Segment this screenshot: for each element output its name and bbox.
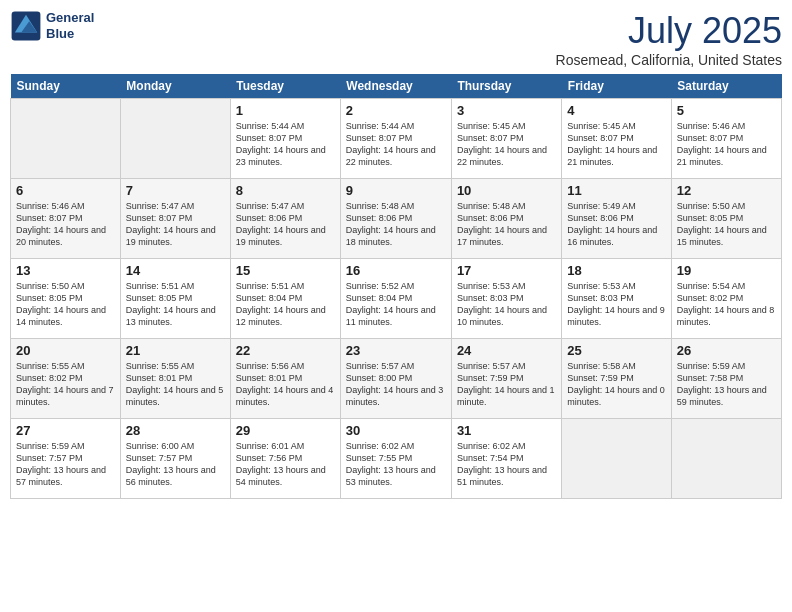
day-header-saturday: Saturday	[671, 74, 781, 99]
cell-content: Sunrise: 5:47 AM Sunset: 8:06 PM Dayligh…	[236, 200, 335, 249]
calendar-cell: 26Sunrise: 5:59 AM Sunset: 7:58 PM Dayli…	[671, 339, 781, 419]
month-title: July 2025	[556, 10, 782, 52]
calendar-cell: 20Sunrise: 5:55 AM Sunset: 8:02 PM Dayli…	[11, 339, 121, 419]
calendar-cell: 30Sunrise: 6:02 AM Sunset: 7:55 PM Dayli…	[340, 419, 451, 499]
day-number: 18	[567, 263, 665, 278]
logo-text: General Blue	[46, 10, 94, 41]
cell-content: Sunrise: 5:48 AM Sunset: 8:06 PM Dayligh…	[346, 200, 446, 249]
cell-content: Sunrise: 6:02 AM Sunset: 7:54 PM Dayligh…	[457, 440, 556, 489]
cell-content: Sunrise: 6:01 AM Sunset: 7:56 PM Dayligh…	[236, 440, 335, 489]
cell-content: Sunrise: 5:57 AM Sunset: 8:00 PM Dayligh…	[346, 360, 446, 409]
week-row-3: 13Sunrise: 5:50 AM Sunset: 8:05 PM Dayli…	[11, 259, 782, 339]
day-number: 24	[457, 343, 556, 358]
calendar-cell: 23Sunrise: 5:57 AM Sunset: 8:00 PM Dayli…	[340, 339, 451, 419]
calendar-cell: 28Sunrise: 6:00 AM Sunset: 7:57 PM Dayli…	[120, 419, 230, 499]
cell-content: Sunrise: 6:00 AM Sunset: 7:57 PM Dayligh…	[126, 440, 225, 489]
day-number: 29	[236, 423, 335, 438]
day-header-tuesday: Tuesday	[230, 74, 340, 99]
cell-content: Sunrise: 5:53 AM Sunset: 8:03 PM Dayligh…	[567, 280, 665, 329]
week-row-4: 20Sunrise: 5:55 AM Sunset: 8:02 PM Dayli…	[11, 339, 782, 419]
calendar-cell: 15Sunrise: 5:51 AM Sunset: 8:04 PM Dayli…	[230, 259, 340, 339]
day-header-thursday: Thursday	[451, 74, 561, 99]
calendar-cell: 16Sunrise: 5:52 AM Sunset: 8:04 PM Dayli…	[340, 259, 451, 339]
day-number: 31	[457, 423, 556, 438]
day-number: 10	[457, 183, 556, 198]
day-number: 30	[346, 423, 446, 438]
day-number: 9	[346, 183, 446, 198]
day-header-wednesday: Wednesday	[340, 74, 451, 99]
calendar-cell: 5Sunrise: 5:46 AM Sunset: 8:07 PM Daylig…	[671, 99, 781, 179]
day-number: 6	[16, 183, 115, 198]
calendar-cell: 21Sunrise: 5:55 AM Sunset: 8:01 PM Dayli…	[120, 339, 230, 419]
page-header: General Blue July 2025 Rosemead, Califor…	[10, 10, 782, 68]
calendar-cell: 29Sunrise: 6:01 AM Sunset: 7:56 PM Dayli…	[230, 419, 340, 499]
cell-content: Sunrise: 5:51 AM Sunset: 8:05 PM Dayligh…	[126, 280, 225, 329]
calendar-cell: 11Sunrise: 5:49 AM Sunset: 8:06 PM Dayli…	[562, 179, 671, 259]
day-number: 23	[346, 343, 446, 358]
calendar-cell: 27Sunrise: 5:59 AM Sunset: 7:57 PM Dayli…	[11, 419, 121, 499]
logo-line1: General	[46, 10, 94, 25]
day-number: 19	[677, 263, 776, 278]
day-number: 13	[16, 263, 115, 278]
day-number: 20	[16, 343, 115, 358]
day-number: 7	[126, 183, 225, 198]
cell-content: Sunrise: 5:49 AM Sunset: 8:06 PM Dayligh…	[567, 200, 665, 249]
day-number: 28	[126, 423, 225, 438]
location-title: Rosemead, California, United States	[556, 52, 782, 68]
cell-content: Sunrise: 5:44 AM Sunset: 8:07 PM Dayligh…	[236, 120, 335, 169]
day-number: 5	[677, 103, 776, 118]
cell-content: Sunrise: 5:59 AM Sunset: 7:57 PM Dayligh…	[16, 440, 115, 489]
logo-icon	[10, 10, 42, 42]
day-header-sunday: Sunday	[11, 74, 121, 99]
day-number: 27	[16, 423, 115, 438]
calendar-cell: 18Sunrise: 5:53 AM Sunset: 8:03 PM Dayli…	[562, 259, 671, 339]
cell-content: Sunrise: 5:44 AM Sunset: 8:07 PM Dayligh…	[346, 120, 446, 169]
day-header-monday: Monday	[120, 74, 230, 99]
calendar-cell: 12Sunrise: 5:50 AM Sunset: 8:05 PM Dayli…	[671, 179, 781, 259]
cell-content: Sunrise: 5:55 AM Sunset: 8:01 PM Dayligh…	[126, 360, 225, 409]
calendar-cell: 14Sunrise: 5:51 AM Sunset: 8:05 PM Dayli…	[120, 259, 230, 339]
calendar-cell: 6Sunrise: 5:46 AM Sunset: 8:07 PM Daylig…	[11, 179, 121, 259]
calendar-cell: 10Sunrise: 5:48 AM Sunset: 8:06 PM Dayli…	[451, 179, 561, 259]
day-number: 4	[567, 103, 665, 118]
cell-content: Sunrise: 5:51 AM Sunset: 8:04 PM Dayligh…	[236, 280, 335, 329]
day-number: 25	[567, 343, 665, 358]
calendar-cell: 8Sunrise: 5:47 AM Sunset: 8:06 PM Daylig…	[230, 179, 340, 259]
cell-content: Sunrise: 5:53 AM Sunset: 8:03 PM Dayligh…	[457, 280, 556, 329]
calendar-cell: 7Sunrise: 5:47 AM Sunset: 8:07 PM Daylig…	[120, 179, 230, 259]
calendar-cell: 19Sunrise: 5:54 AM Sunset: 8:02 PM Dayli…	[671, 259, 781, 339]
cell-content: Sunrise: 5:45 AM Sunset: 8:07 PM Dayligh…	[567, 120, 665, 169]
day-number: 22	[236, 343, 335, 358]
day-number: 21	[126, 343, 225, 358]
day-number: 17	[457, 263, 556, 278]
cell-content: Sunrise: 5:50 AM Sunset: 8:05 PM Dayligh…	[16, 280, 115, 329]
day-number: 16	[346, 263, 446, 278]
cell-content: Sunrise: 5:52 AM Sunset: 8:04 PM Dayligh…	[346, 280, 446, 329]
calendar-cell: 3Sunrise: 5:45 AM Sunset: 8:07 PM Daylig…	[451, 99, 561, 179]
logo-line2: Blue	[46, 26, 74, 41]
day-number: 26	[677, 343, 776, 358]
cell-content: Sunrise: 5:54 AM Sunset: 8:02 PM Dayligh…	[677, 280, 776, 329]
calendar-cell: 9Sunrise: 5:48 AM Sunset: 8:06 PM Daylig…	[340, 179, 451, 259]
cell-content: Sunrise: 5:50 AM Sunset: 8:05 PM Dayligh…	[677, 200, 776, 249]
day-number: 15	[236, 263, 335, 278]
week-row-5: 27Sunrise: 5:59 AM Sunset: 7:57 PM Dayli…	[11, 419, 782, 499]
day-header-friday: Friday	[562, 74, 671, 99]
calendar-cell: 25Sunrise: 5:58 AM Sunset: 7:59 PM Dayli…	[562, 339, 671, 419]
calendar-cell	[562, 419, 671, 499]
day-number: 8	[236, 183, 335, 198]
calendar-cell: 1Sunrise: 5:44 AM Sunset: 8:07 PM Daylig…	[230, 99, 340, 179]
cell-content: Sunrise: 5:55 AM Sunset: 8:02 PM Dayligh…	[16, 360, 115, 409]
cell-content: Sunrise: 5:47 AM Sunset: 8:07 PM Dayligh…	[126, 200, 225, 249]
day-number: 1	[236, 103, 335, 118]
logo: General Blue	[10, 10, 94, 42]
day-number: 12	[677, 183, 776, 198]
cell-content: Sunrise: 5:56 AM Sunset: 8:01 PM Dayligh…	[236, 360, 335, 409]
calendar-cell	[120, 99, 230, 179]
calendar-cell: 24Sunrise: 5:57 AM Sunset: 7:59 PM Dayli…	[451, 339, 561, 419]
calendar-cell	[11, 99, 121, 179]
day-number: 11	[567, 183, 665, 198]
calendar-cell: 2Sunrise: 5:44 AM Sunset: 8:07 PM Daylig…	[340, 99, 451, 179]
cell-content: Sunrise: 6:02 AM Sunset: 7:55 PM Dayligh…	[346, 440, 446, 489]
cell-content: Sunrise: 5:45 AM Sunset: 8:07 PM Dayligh…	[457, 120, 556, 169]
